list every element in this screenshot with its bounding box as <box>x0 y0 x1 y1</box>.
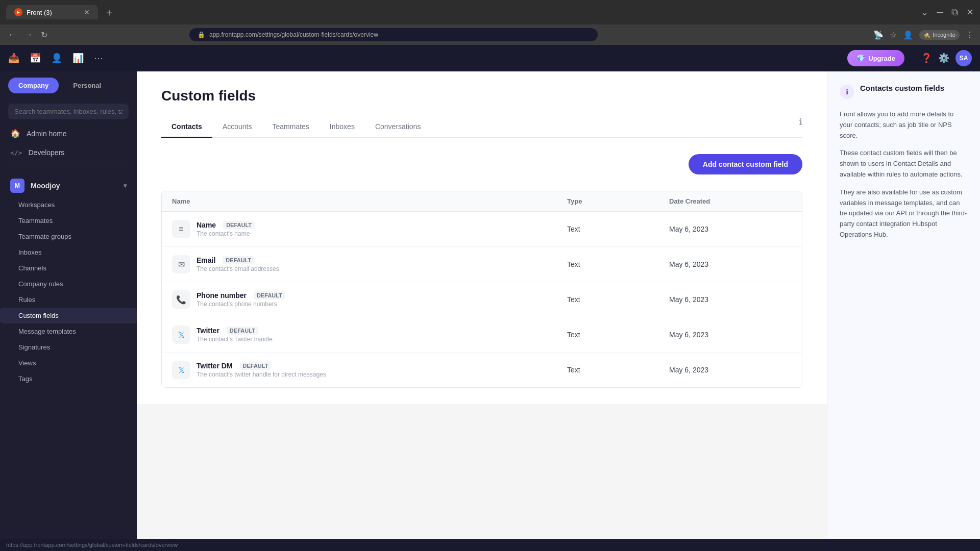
table-row[interactable]: 𝕏 Twitter DM DEFAULT The contact's twitt… <box>162 353 802 387</box>
browser-controls: ← → ↻ 🔒 app.frontapp.com/settings/global… <box>0 24 980 45</box>
sidebar-item-rules[interactable]: Rules <box>0 292 137 308</box>
sidebar-item-workspaces[interactable]: Workspaces <box>0 197 137 213</box>
tab-list-icon[interactable]: ⌄ <box>921 7 928 18</box>
sidebar-item-channels[interactable]: Channels <box>0 260 137 276</box>
field-type: Text <box>567 295 669 304</box>
new-tab-button[interactable]: ＋ <box>104 6 114 19</box>
sidebar-tab-personal[interactable]: Personal <box>63 78 111 93</box>
table-row[interactable]: 𝕏 Twitter DEFAULT The contact's Twitter … <box>162 317 802 353</box>
settings-icon[interactable]: ⚙️ <box>938 53 949 64</box>
sidebar-search-input[interactable] <box>8 104 129 119</box>
sidebar-tab-company[interactable]: Company <box>8 78 59 93</box>
table-row[interactable]: ≡ Name DEFAULT The contact's name Text <box>162 212 802 247</box>
help-icon[interactable]: ❓ <box>921 53 932 64</box>
sidebar-item-admin-home[interactable]: 🏠 Admin home <box>0 123 137 143</box>
field-date: May 6, 2023 <box>669 331 771 339</box>
status-bar-url: https://app.frontapp.com/settings/global… <box>6 542 178 548</box>
cast-icon[interactable]: 📡 <box>873 30 884 40</box>
url-bar[interactable]: 🔒 app.frontapp.com/settings/global/custo… <box>189 28 598 41</box>
field-date: May 6, 2023 <box>669 366 771 374</box>
info-panel: ℹ Contacts custom fields Front allows yo… <box>827 71 980 539</box>
field-date: May 6, 2023 <box>669 225 771 233</box>
table-row[interactable]: 📞 Phone number DEFAULT The contact's pho… <box>162 282 802 317</box>
field-description: The contact's Twitter handle <box>197 336 273 343</box>
info-paragraph-1: Front allows you to add more details to … <box>840 109 968 141</box>
tags-label: Tags <box>18 375 32 383</box>
minimize-icon[interactable]: ─ <box>937 7 943 18</box>
url-text: app.frontapp.com/settings/global/custom-… <box>209 31 378 38</box>
tab-info-icon[interactable]: ℹ <box>799 116 802 137</box>
incognito-icon: 🕵️ <box>923 32 930 38</box>
refresh-button[interactable]: ↻ <box>39 28 50 42</box>
chevron-down-icon: ▾ <box>124 182 127 189</box>
table-row[interactable]: ✉ Email DEFAULT The contact's email addr… <box>162 247 802 282</box>
sidebar-item-signatures[interactable]: Signatures <box>0 339 137 355</box>
field-description: The contact's email addresses <box>197 265 279 272</box>
menu-icon[interactable]: ⋮ <box>966 30 974 40</box>
tab-accounts[interactable]: Accounts <box>212 116 262 138</box>
calendar-icon[interactable]: 📅 <box>30 53 41 64</box>
tab-contacts[interactable]: Contacts <box>161 116 212 138</box>
signatures-label: Signatures <box>18 343 50 351</box>
contacts-icon[interactable]: 👤 <box>51 53 62 64</box>
close-window-icon[interactable]: ✕ <box>966 7 974 18</box>
sidebar-item-views[interactable]: Views <box>0 355 137 371</box>
sidebar: Company Personal 🏠 Admin home </> Develo… <box>0 71 137 539</box>
back-button[interactable]: ← <box>6 28 18 41</box>
diamond-icon: 💎 <box>856 54 865 62</box>
analytics-icon[interactable]: 📊 <box>72 53 84 64</box>
tab-conversations[interactable]: Conversations <box>365 116 431 138</box>
add-contact-custom-field-button[interactable]: Add contact custom field <box>689 154 802 174</box>
browser-chrome: F Front (3) ✕ ＋ ⌄ ─ ⧉ ✕ <box>0 0 980 24</box>
main-scroll: Custom fields Contacts Accounts Teammate… <box>137 71 827 539</box>
channels-label: Channels <box>18 264 46 272</box>
app-toolbar: 📥 📅 👤 📊 ⋯ 💎 Upgrade ❓ ⚙️ SA <box>0 45 980 71</box>
sidebar-item-inboxes[interactable]: Inboxes <box>0 244 137 260</box>
profile-icon[interactable]: 👤 <box>903 30 913 40</box>
row-name-cell: 📞 Phone number DEFAULT The contact's pho… <box>172 290 567 309</box>
field-type: Text <box>567 331 669 339</box>
row-name-cell: 𝕏 Twitter DEFAULT The contact's Twitter … <box>172 325 567 344</box>
sidebar-item-tags[interactable]: Tags <box>0 371 137 387</box>
tab-title: Front (3) <box>27 9 52 16</box>
info-panel-title: Contacts custom fields <box>860 84 944 92</box>
field-type: Text <box>567 225 669 233</box>
custom-fields-table: Name Type Date Created ≡ Name <box>161 191 802 388</box>
restore-icon[interactable]: ⧉ <box>951 7 958 18</box>
sidebar-item-custom-fields[interactable]: Custom fields <box>0 308 137 323</box>
bookmark-icon[interactable]: ☆ <box>890 30 897 40</box>
upgrade-button[interactable]: 💎 Upgrade <box>847 50 904 66</box>
row-icon: ≡ <box>172 220 190 238</box>
main-header: Custom fields Contacts Accounts Teammate… <box>137 71 827 138</box>
col-scroll <box>771 197 792 205</box>
more-icon[interactable]: ⋯ <box>94 53 103 64</box>
content-toolbar: Add contact custom field <box>161 154 802 174</box>
sidebar-item-company-rules[interactable]: Company rules <box>0 276 137 292</box>
sidebar-company-header[interactable]: M Moodjoy ▾ <box>10 179 127 193</box>
default-badge: DEFAULT <box>240 362 272 370</box>
row-name-cell: ≡ Name DEFAULT The contact's name <box>172 220 567 238</box>
avatar[interactable]: SA <box>955 50 972 66</box>
tab-teammates[interactable]: Teammates <box>262 116 320 138</box>
browser-tab[interactable]: F Front (3) ✕ <box>6 5 98 19</box>
forward-button[interactable]: → <box>22 28 35 41</box>
toolbar-right: ❓ ⚙️ SA <box>921 50 972 66</box>
sidebar-item-message-templates[interactable]: Message templates <box>0 323 137 339</box>
sidebar-item-teammate-groups[interactable]: Teammate groups <box>0 229 137 244</box>
sidebar-item-label: Admin home <box>27 130 67 138</box>
sidebar-item-developers[interactable]: </> Developers <box>0 143 137 162</box>
sidebar-company-section: M Moodjoy ▾ <box>0 170 137 197</box>
inbox-icon[interactable]: 📥 <box>8 53 19 64</box>
tab-favicon: F <box>14 8 22 16</box>
field-description: The contact's name <box>197 230 255 237</box>
sidebar-item-teammates[interactable]: Teammates <box>0 213 137 229</box>
table-header: Name Type Date Created <box>162 191 802 212</box>
row-info: Twitter DEFAULT The contact's Twitter ha… <box>197 327 273 343</box>
views-label: Views <box>18 359 36 367</box>
content-area: Add contact custom field Name Type Date … <box>137 138 827 404</box>
col-name: Name <box>172 197 567 205</box>
tab-inboxes[interactable]: Inboxes <box>320 116 365 138</box>
field-name: Phone number <box>197 291 247 299</box>
tab-close-button[interactable]: ✕ <box>84 8 90 16</box>
row-icon: 📞 <box>172 290 190 309</box>
